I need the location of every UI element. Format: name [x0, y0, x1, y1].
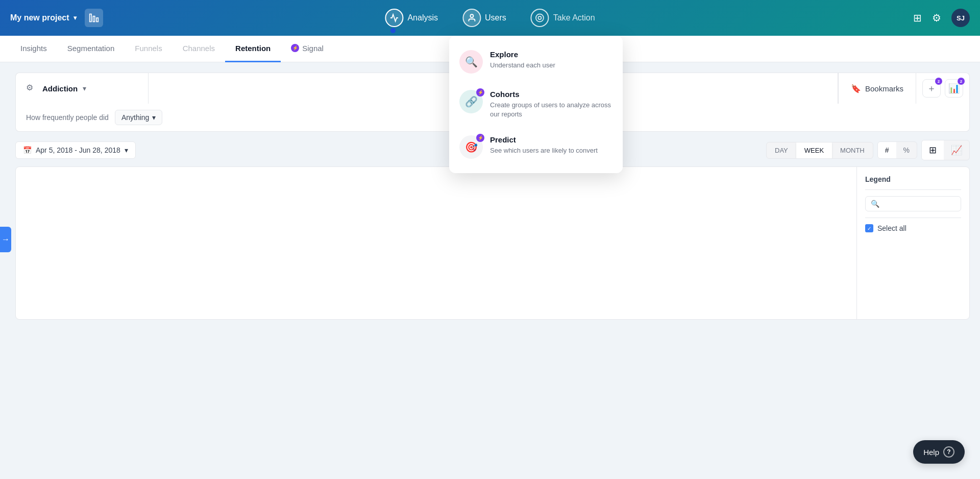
svg-rect-0	[89, 14, 91, 22]
tab-retention[interactable]: Retention	[225, 36, 281, 62]
cohorts-text: Cohorts Create groups of users to analyz…	[490, 90, 612, 119]
date-range-label: Apr 5, 2018 - Jun 28, 2018	[36, 146, 120, 154]
tab-segmentation[interactable]: Segmentation	[57, 36, 125, 62]
chart-area	[16, 167, 857, 319]
project-name[interactable]: My new project ▾	[10, 13, 77, 22]
save-icon: ＋	[927, 82, 936, 94]
toggle-week[interactable]: WEEK	[796, 142, 832, 158]
signal-dot-icon: ⚡	[291, 44, 299, 52]
explore-description: Understand each user	[490, 61, 555, 70]
anything-label: Anything	[121, 113, 149, 122]
svg-rect-1	[93, 16, 94, 22]
select-all-checkbox[interactable]: ✓	[865, 224, 873, 232]
avatar-initials: SJ	[957, 14, 965, 22]
dropdown-predict[interactable]: 🎯 ⚡ Predict See which users are likely t…	[449, 127, 623, 167]
predict-icon: 🎯	[465, 141, 478, 153]
addiction-label: Addiction	[42, 84, 78, 93]
select-all-row[interactable]: ✓ Select all	[865, 224, 961, 232]
legend-title: Legend	[865, 175, 961, 183]
toggle-month[interactable]: MONTH	[832, 142, 873, 158]
view-type-toggle: ⊞ 📈	[921, 140, 970, 160]
main-nav: Analysis Users Take Action	[373, 0, 607, 36]
explore-icon: 🔍	[465, 56, 478, 68]
take-action-icon	[531, 9, 549, 27]
bookmarks-button[interactable]: 🔖 Bookmarks	[838, 73, 916, 104]
chart-add-icon: 📊	[948, 83, 960, 94]
avatar[interactable]: SJ	[951, 9, 970, 27]
predict-badge-icon: ⚡	[476, 134, 484, 142]
addiction-filter[interactable]: ⚙ Addiction ▾	[16, 73, 149, 104]
tab-channels-label: Channels	[183, 44, 215, 53]
chart-icon[interactable]	[85, 9, 103, 27]
legend-divider	[865, 189, 961, 190]
date-picker[interactable]: 📅 Apr 5, 2018 - Jun 28, 2018 ▾	[15, 141, 136, 159]
explore-text: Explore Understand each user	[490, 50, 555, 70]
bookmarks-label: Bookmarks	[865, 84, 903, 93]
symbol-toggle-group: # %	[877, 141, 917, 159]
legend-search[interactable]: 🔍	[865, 196, 961, 211]
chart-badge: 2	[958, 78, 965, 85]
grid-icon[interactable]: ⊞	[913, 12, 922, 24]
anything-chevron-icon: ▾	[152, 113, 156, 122]
predict-icon-wrap: 🎯 ⚡	[459, 135, 483, 159]
icon-buttons: ＋ 2 📊 2	[916, 73, 969, 104]
anything-select[interactable]: Anything ▾	[115, 110, 162, 125]
nav-take-action[interactable]: Take Action	[519, 0, 607, 36]
nav-analysis-label: Analysis	[407, 13, 438, 22]
addiction-chevron-icon[interactable]: ▾	[83, 84, 86, 92]
tab-signal[interactable]: ⚡ Signal	[281, 36, 334, 62]
tab-insights[interactable]: Insights	[10, 36, 57, 62]
tab-insights-label: Insights	[20, 44, 47, 53]
cohorts-badge-icon: ⚡	[476, 88, 484, 97]
toggle-hash[interactable]: #	[878, 142, 896, 158]
save-button[interactable]: ＋ 2	[922, 79, 941, 98]
calendar-icon: 📅	[23, 146, 32, 154]
toggle-grid-view[interactable]: ⊞	[922, 140, 944, 160]
predict-description: See which users are likely to convert	[490, 146, 598, 155]
tab-channels[interactable]: Channels	[173, 36, 225, 62]
project-name-label: My new project	[10, 13, 69, 22]
cohorts-icon-wrap: 🔗 ⚡	[459, 90, 483, 113]
svg-point-5	[538, 16, 542, 19]
chart-add-button[interactable]: 📊 2	[945, 79, 963, 98]
svg-point-3	[470, 14, 473, 17]
toggle-percent[interactable]: %	[896, 142, 917, 158]
nav-users-label: Users	[485, 13, 506, 22]
save-badge: 2	[935, 78, 942, 85]
legend-search-icon: 🔍	[871, 200, 879, 208]
users-dropdown: 🔍 Explore Understand each user 🔗 ⚡ Cohor…	[449, 36, 623, 173]
bookmark-icon: 🔖	[851, 84, 861, 93]
dropdown-cohorts[interactable]: 🔗 ⚡ Cohorts Create groups of users to an…	[449, 82, 623, 127]
analysis-icon	[385, 9, 403, 27]
project-chevron-icon: ▾	[74, 14, 77, 21]
svg-point-4	[536, 14, 544, 22]
select-all-label: Select all	[877, 224, 906, 232]
tab-funnels[interactable]: Funnels	[125, 36, 172, 62]
tab-retention-label: Retention	[235, 44, 271, 53]
header: My new project ▾ Analysis Users	[0, 0, 980, 36]
time-toggle-group: DAY WEEK MONTH	[766, 142, 873, 159]
tab-signal-label: Signal	[302, 44, 324, 53]
toggle-line-view[interactable]: 📈	[944, 140, 969, 160]
nav-take-action-label: Take Action	[553, 13, 595, 22]
cohorts-icon: 🔗	[465, 95, 478, 108]
date-chevron-icon: ▾	[125, 146, 128, 154]
tab-funnels-label: Funnels	[135, 44, 162, 53]
nav-users[interactable]: Users	[450, 0, 519, 36]
legend-panel: Legend 🔍 ✓ Select all	[857, 167, 969, 319]
content-area: Legend 🔍 ✓ Select all	[15, 166, 970, 320]
cohorts-description: Create groups of users to analyze across…	[490, 101, 612, 119]
cohorts-title: Cohorts	[490, 90, 612, 99]
header-right: ⊞ ⚙ SJ	[913, 9, 970, 27]
explore-icon-wrap: 🔍	[459, 50, 483, 74]
settings-icon[interactable]: ⚙	[932, 12, 941, 24]
svg-rect-2	[96, 18, 98, 22]
predict-text: Predict See which users are likely to co…	[490, 135, 598, 155]
tab-segmentation-label: Segmentation	[67, 44, 115, 53]
dropdown-explore[interactable]: 🔍 Explore Understand each user	[449, 42, 623, 82]
toggle-day[interactable]: DAY	[767, 142, 796, 158]
sidebar-toggle[interactable]: →	[0, 227, 11, 252]
arrow-icon: →	[2, 235, 10, 244]
how-frequently-label: How frequently people did	[26, 113, 109, 122]
nav-analysis[interactable]: Analysis	[373, 0, 450, 36]
